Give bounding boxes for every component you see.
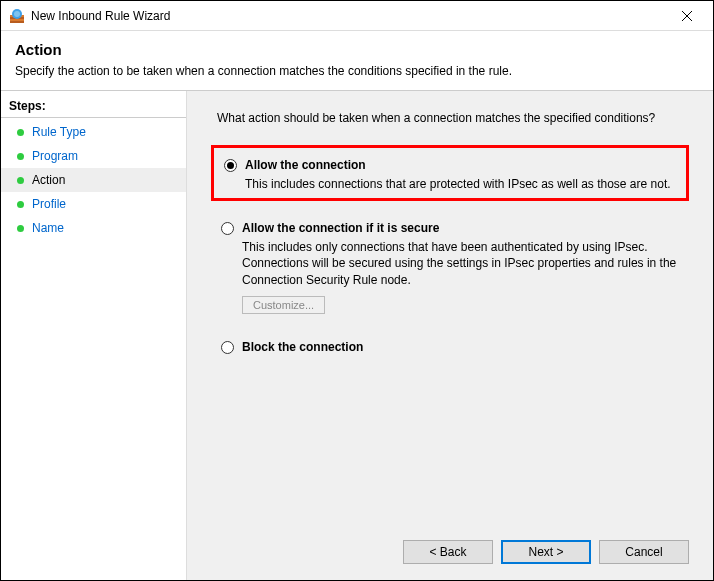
option-title: Allow the connection xyxy=(245,158,366,172)
next-button[interactable]: Next > xyxy=(501,540,591,564)
main-panel: What action should be taken when a conne… xyxy=(187,91,713,580)
radio-icon xyxy=(221,341,234,354)
option-block: Block the connection xyxy=(211,330,689,360)
svg-point-4 xyxy=(14,11,20,17)
page-description: Specify the action to be taken when a co… xyxy=(15,64,699,78)
bullet-icon xyxy=(17,129,24,136)
step-label: Profile xyxy=(32,197,66,211)
radio-block[interactable]: Block the connection xyxy=(221,340,679,354)
step-label: Program xyxy=(32,149,78,163)
header: Action Specify the action to be taken wh… xyxy=(1,31,713,90)
bullet-icon xyxy=(17,225,24,232)
firewall-icon xyxy=(9,8,25,24)
option-allow-secure: Allow the connection if it is secure Thi… xyxy=(211,211,689,320)
cancel-button[interactable]: Cancel xyxy=(599,540,689,564)
option-allow: Allow the connection This includes conne… xyxy=(211,145,689,201)
steps-sidebar: Steps: Rule Type Program Action Profile … xyxy=(1,91,187,580)
button-bar: < Back Next > Cancel xyxy=(211,532,689,568)
step-rule-type[interactable]: Rule Type xyxy=(1,120,186,144)
svg-rect-2 xyxy=(10,19,24,21)
bullet-icon xyxy=(17,177,24,184)
step-label: Action xyxy=(32,173,65,187)
step-label: Rule Type xyxy=(32,125,86,139)
step-program[interactable]: Program xyxy=(1,144,186,168)
step-name[interactable]: Name xyxy=(1,216,186,240)
radio-allow-secure[interactable]: Allow the connection if it is secure xyxy=(221,221,679,235)
option-title: Allow the connection if it is secure xyxy=(242,221,439,235)
wizard-window: New Inbound Rule Wizard Action Specify t… xyxy=(0,0,714,581)
bullet-icon xyxy=(17,201,24,208)
question-text: What action should be taken when a conne… xyxy=(217,111,689,125)
radio-allow[interactable]: Allow the connection xyxy=(224,158,676,172)
back-button[interactable]: < Back xyxy=(403,540,493,564)
option-description: This includes only connections that have… xyxy=(242,239,679,288)
window-title: New Inbound Rule Wizard xyxy=(31,9,667,23)
close-button[interactable] xyxy=(667,2,707,30)
customize-button: Customize... xyxy=(242,296,325,314)
option-description: This includes connections that are prote… xyxy=(245,176,676,192)
step-label: Name xyxy=(32,221,64,235)
bullet-icon xyxy=(17,153,24,160)
page-title: Action xyxy=(15,41,699,58)
radio-icon xyxy=(224,159,237,172)
content-area: Steps: Rule Type Program Action Profile … xyxy=(1,90,713,580)
option-title: Block the connection xyxy=(242,340,363,354)
step-profile[interactable]: Profile xyxy=(1,192,186,216)
steps-header: Steps: xyxy=(1,95,186,118)
titlebar: New Inbound Rule Wizard xyxy=(1,1,713,31)
step-action[interactable]: Action xyxy=(1,168,186,192)
radio-icon xyxy=(221,222,234,235)
